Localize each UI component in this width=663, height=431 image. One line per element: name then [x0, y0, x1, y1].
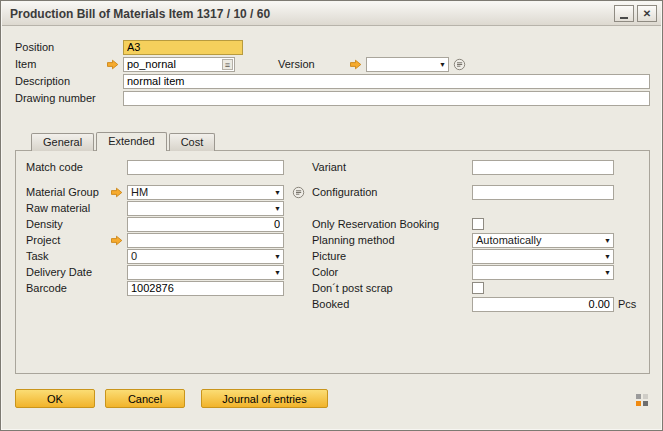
drawing-number-label: Drawing number [15, 92, 96, 104]
delivery-date-color-row: Delivery Date ▼ Color ▼ [16, 264, 649, 280]
configuration-label: Configuration [312, 186, 377, 198]
cancel-button[interactable]: Cancel [105, 389, 185, 408]
material-group-configuration-row: Material Group HM ▼ [16, 184, 649, 200]
material-group-value: HM [131, 186, 269, 198]
raw-material-dropdown[interactable]: ▼ [127, 201, 284, 216]
window-title: Production Bill of Materials Item 1317 /… [10, 7, 611, 21]
project-planning-row: Project Planning method Automatically ▼ [16, 232, 649, 248]
color-dropdown[interactable]: ▼ [472, 265, 614, 280]
dont-post-scrap-checkbox[interactable] [472, 282, 484, 294]
project-link-arrow-icon[interactable] [110, 235, 123, 246]
version-dropdown[interactable]: ▼ [366, 57, 449, 72]
window-resize-grip-icon[interactable] [635, 393, 649, 407]
drawing-number-row: Drawing number [15, 90, 650, 106]
description-row: Description [15, 73, 650, 89]
variant-label: Variant [312, 161, 346, 173]
minimize-icon [620, 17, 628, 19]
booked-unit-label: Pcs [618, 298, 636, 310]
raw-material-label: Raw material [26, 202, 90, 214]
delivery-date-label: Delivery Date [26, 266, 92, 278]
task-picture-row: Task 0 ▼ Picture ▼ [16, 248, 649, 264]
item-link-arrow-icon[interactable] [106, 59, 119, 70]
close-icon: ✕ [643, 9, 651, 19]
booked-label: Booked [312, 298, 349, 310]
titlebar[interactable]: Production Bill of Materials Item 1317 /… [2, 2, 661, 26]
minimize-button[interactable] [614, 5, 634, 22]
planning-method-label: Planning method [312, 234, 395, 246]
dropdown-arrow-icon: ▼ [439, 61, 446, 68]
dont-post-scrap-label: Don´t post scrap [312, 282, 393, 294]
match-code-variant-row: Match code Variant [16, 159, 649, 175]
color-label: Color [312, 266, 338, 278]
booked-input[interactable] [472, 297, 614, 312]
item-field[interactable]: ≡ [123, 57, 235, 72]
task-dropdown[interactable]: 0 ▼ [127, 249, 284, 264]
tab-cost[interactable]: Cost [169, 133, 216, 151]
ok-button[interactable]: OK [15, 389, 95, 408]
material-group-label: Material Group [26, 186, 99, 198]
configuration-input[interactable] [472, 185, 614, 200]
tab-extended[interactable]: Extended [96, 132, 166, 151]
dropdown-arrow-icon: ▼ [274, 205, 281, 212]
density-input[interactable] [127, 217, 284, 232]
version-link-arrow-icon[interactable] [349, 59, 362, 70]
dropdown-arrow-icon: ▼ [604, 253, 611, 260]
choose-from-list-icon[interactable]: ≡ [222, 59, 233, 70]
match-code-label: Match code [26, 161, 83, 173]
material-group-link-arrow-icon[interactable] [110, 187, 123, 198]
drawing-number-input[interactable] [123, 91, 650, 106]
item-label: Item [15, 58, 36, 70]
booked-row: Booked Pcs [16, 296, 649, 312]
tab-bar: General Extended Cost [31, 132, 217, 151]
dropdown-arrow-icon: ▼ [274, 189, 281, 196]
item-input[interactable] [127, 58, 222, 70]
version-define-new-icon[interactable] [453, 58, 466, 71]
tab-general[interactable]: General [31, 133, 94, 151]
description-input[interactable] [123, 74, 650, 89]
variant-input[interactable] [472, 160, 614, 175]
production-bom-window: Production Bill of Materials Item 1317 /… [0, 0, 663, 431]
barcode-scrap-row: Barcode Don´t post scrap [16, 280, 649, 296]
density-reservation-row: Density Only Reservation Booking [16, 216, 649, 232]
header-form: Position Item ≡ Version ▼ [15, 39, 650, 107]
only-reservation-booking-checkbox[interactable] [472, 218, 484, 230]
dropdown-arrow-icon: ▼ [604, 237, 611, 244]
picture-label: Picture [312, 250, 346, 262]
task-value: 0 [131, 250, 269, 262]
density-label: Density [26, 218, 63, 230]
match-code-input[interactable] [127, 160, 284, 175]
project-label: Project [26, 234, 60, 246]
extended-tab-panel: Match code Variant Material Group HM ▼ [15, 150, 650, 374]
material-group-define-new-icon[interactable] [292, 186, 305, 199]
planning-method-value: Automatically [476, 234, 599, 246]
barcode-input[interactable] [127, 281, 284, 296]
dropdown-arrow-icon: ▼ [274, 253, 281, 260]
only-reservation-booking-label: Only Reservation Booking [312, 218, 439, 230]
planning-method-dropdown[interactable]: Automatically ▼ [472, 233, 614, 248]
position-label: Position [15, 41, 54, 53]
close-button[interactable]: ✕ [637, 5, 657, 22]
description-label: Description [15, 75, 70, 87]
item-row: Item ≡ Version ▼ [15, 56, 650, 72]
project-input[interactable] [127, 233, 284, 248]
dropdown-arrow-icon: ▼ [604, 269, 611, 276]
delivery-date-dropdown[interactable]: ▼ [127, 265, 284, 280]
journal-of-entries-button[interactable]: Journal of entries [201, 389, 328, 408]
barcode-label: Barcode [26, 282, 67, 294]
position-row: Position [15, 39, 650, 55]
dropdown-arrow-icon: ▼ [274, 269, 281, 276]
position-input[interactable] [123, 40, 243, 55]
raw-material-row: Raw material ▼ [16, 200, 649, 216]
picture-dropdown[interactable]: ▼ [472, 249, 614, 264]
material-group-dropdown[interactable]: HM ▼ [127, 185, 284, 200]
task-label: Task [26, 250, 49, 262]
version-label: Version [278, 58, 315, 70]
